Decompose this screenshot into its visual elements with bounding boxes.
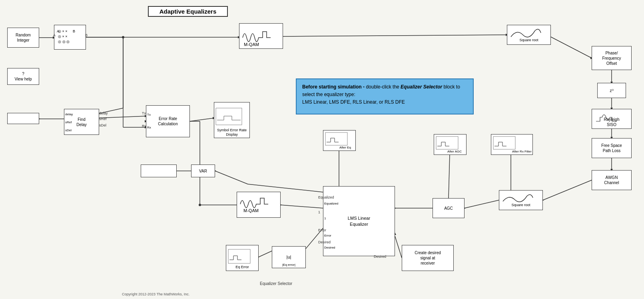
svg-rect-70 [436, 136, 458, 149]
svg-line-18 [465, 200, 499, 208]
svg-rect-74 [216, 108, 242, 125]
port-sref-label: sRef [99, 117, 107, 121]
abs-eq-error-block[interactable]: |u| |Eq error| [272, 246, 306, 268]
svg-text:◎ ◎ ◎: ◎ ◎ ◎ [58, 40, 70, 44]
square-root-bottom-block[interactable]: Square root [499, 190, 543, 210]
info-box: Before starting simulation - double-clic… [296, 78, 474, 114]
port-sdel-label: sDel [99, 123, 106, 127]
random-integer-block[interactable]: Random Integer [7, 28, 39, 48]
port-a-label: A [53, 33, 56, 37]
svg-rect-81 [228, 249, 250, 263]
port-desired-label: Desired [318, 240, 331, 244]
agc-block[interactable]: AGC [433, 198, 465, 218]
svg-line-50 [258, 251, 272, 257]
after-eq-scope[interactable]: After Eq [323, 130, 356, 151]
port-rx-label: Rx [142, 124, 146, 128]
svg-text:M-QAM: M-QAM [244, 42, 259, 47]
awgn-channel-block[interactable]: AWGNChannel [592, 170, 632, 190]
phase-freq-offset-block[interactable]: Phase/FrequencyOffset [592, 46, 632, 70]
free-space-path-loss-block[interactable]: Free SpacePath Loss [592, 138, 632, 158]
svg-line-52 [395, 236, 402, 258]
svg-text:◎ × ×: ◎ × × [58, 34, 68, 38]
svg-line-39 [248, 184, 323, 192]
port-1-label: 1 [318, 210, 320, 214]
eq-error-scope[interactable]: Eq Error [226, 245, 259, 271]
integer-to-bit-block[interactable]: ◎ × × ◎ × × ◎ ◎ ◎ B A [54, 25, 86, 50]
port-equalized-label: Equalized [318, 195, 334, 199]
z0-block[interactable]: z⁰ [597, 83, 626, 98]
display-bottom[interactable] [141, 165, 177, 177]
svg-text:◎ × ×: ◎ × × [58, 29, 68, 33]
symbol-error-rate-display[interactable]: Symbol Error RateDisplay [214, 102, 250, 138]
svg-line-16 [543, 180, 592, 200]
svg-line-6 [547, 35, 592, 58]
mqam-bottom-block[interactable]: M-QAM [237, 192, 281, 218]
rayleigh-siso-block[interactable]: RayleighSISO [592, 109, 632, 129]
svg-text:Square root: Square root [519, 38, 538, 42]
delay-block[interactable] [7, 113, 39, 124]
svg-line-44 [449, 154, 450, 198]
svg-text:B: B [73, 29, 75, 33]
svg-line-40 [215, 171, 248, 184]
port-error-label: Error [318, 228, 326, 232]
copyright-text: Copyright 2012-2023 The MathWorks, Inc. [122, 292, 189, 296]
svg-text:Square root: Square root [511, 203, 530, 207]
port-desired-right-label: Desired [374, 255, 386, 259]
svg-point-55 [122, 36, 124, 38]
port-delay-label: delay [99, 111, 108, 115]
mqam-top-block[interactable]: M-QAM [239, 23, 283, 49]
var-block[interactable]: VAR [191, 165, 215, 177]
svg-line-28 [190, 118, 214, 121]
svg-text:After Eq: After Eq [339, 146, 351, 149]
svg-text:After AGC: After AGC [447, 150, 462, 153]
svg-line-4 [283, 35, 507, 36]
svg-line-22 [281, 205, 323, 208]
after-agc-scope[interactable]: After AGC [434, 134, 467, 155]
svg-text:A: A [57, 29, 59, 33]
view-help-block[interactable]: ?View help [7, 68, 39, 85]
create-desired-signal-block[interactable]: Create desiredsignal atreceiver [402, 245, 454, 271]
svg-rect-72 [493, 136, 515, 149]
svg-text:M-QAM: M-QAM [243, 208, 259, 213]
svg-text:After Rx Filter: After Rx Filter [512, 150, 532, 153]
error-rate-calc-block[interactable]: Error RateCalculation Tx Rx [146, 105, 190, 137]
svg-rect-68 [325, 132, 347, 145]
port-tx-label: Tx [142, 111, 146, 115]
equalizer-selector-label: Equalizer Selector [260, 281, 292, 286]
after-rx-filter-scope[interactable]: After Rx Filter [491, 134, 533, 155]
square-root-top-block[interactable]: Square root [507, 25, 551, 45]
svg-point-59 [199, 204, 201, 206]
port-b-label: B [85, 33, 88, 37]
diagram-title: Adaptive Equalizers [148, 6, 228, 17]
find-delay-block[interactable]: FindDelay delay sRef sDel [64, 109, 99, 135]
